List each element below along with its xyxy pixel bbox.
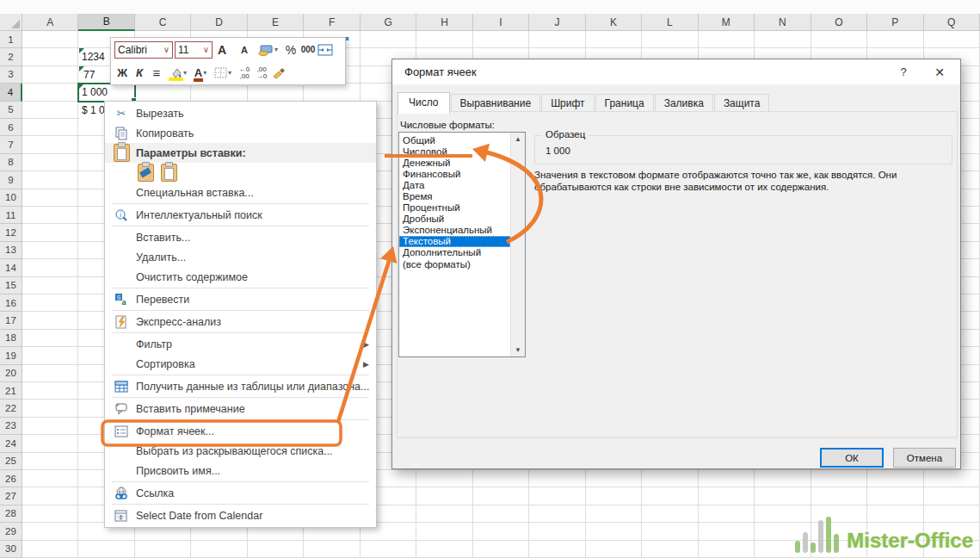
row-header-4[interactable]: 4 <box>0 84 22 101</box>
column-header-J[interactable]: J <box>529 14 585 31</box>
row-header-26[interactable]: 26 <box>0 470 22 487</box>
font-color-button[interactable]: А ▾ <box>193 65 208 82</box>
format-option-text[interactable]: Текстовый <box>399 236 510 247</box>
format-option-percentage[interactable]: Процентный <box>399 202 510 214</box>
cancel-button[interactable]: Отмена <box>893 448 956 468</box>
row-header-27[interactable]: 27 <box>0 487 22 505</box>
paste-values-icon[interactable] <box>161 164 177 182</box>
row-header-24[interactable]: 24 <box>0 435 22 452</box>
bold-button[interactable]: Ж <box>114 65 130 82</box>
row-header-5[interactable]: 5 <box>0 102 22 119</box>
decrease-font-button[interactable]: А▼ <box>237 41 252 59</box>
row-header-17[interactable]: 17 <box>0 312 22 329</box>
row-header-18[interactable]: 18 <box>0 330 22 347</box>
format-option-date[interactable]: Дата <box>399 179 510 190</box>
menu-item-define-name[interactable]: Присвоить имя... <box>105 461 376 480</box>
format-option-scientific[interactable]: Экспоненциальный <box>399 225 510 236</box>
format-option-custom[interactable]: (все форматы) <box>399 258 510 270</box>
menu-item-insert[interactable]: Вставить... <box>105 227 376 247</box>
row-header-16[interactable]: 16 <box>0 294 22 312</box>
column-header-G[interactable]: G <box>361 14 416 31</box>
column-header-K[interactable]: K <box>586 14 642 31</box>
ok-button[interactable]: ОК <box>820 448 884 468</box>
row-header-11[interactable]: 11 <box>0 207 22 224</box>
row-header-20[interactable]: 20 <box>0 365 22 382</box>
row-header-15[interactable]: 15 <box>0 277 22 294</box>
column-header-D[interactable]: D <box>191 14 247 31</box>
menu-item-translate[interactable]: Sа Перевести <box>105 289 376 309</box>
format-option-fraction[interactable]: Дробный <box>399 214 510 225</box>
column-header-A[interactable]: A <box>22 14 78 31</box>
merge-center-button[interactable] <box>317 41 333 59</box>
column-header-P[interactable]: P <box>867 14 923 31</box>
format-option-special[interactable]: Дополнительный <box>399 247 510 258</box>
row-header-1[interactable]: 1 <box>0 31 22 48</box>
format-option-number[interactable]: Числовой <box>399 146 510 157</box>
row-header-12[interactable]: 12 <box>0 224 22 241</box>
row-header-25[interactable]: 25 <box>0 453 22 470</box>
column-header-N[interactable]: N <box>755 14 811 31</box>
scroll-down-icon[interactable]: ▼ <box>511 344 525 356</box>
accounting-format-button[interactable]: ▾ <box>258 41 278 59</box>
column-header-Q[interactable]: Q <box>924 14 980 31</box>
format-painter-button[interactable] <box>271 65 287 82</box>
help-button[interactable]: ? <box>886 59 921 84</box>
row-header-10[interactable]: 10 <box>0 189 22 207</box>
row-header-9[interactable]: 9 <box>0 171 22 189</box>
menu-item-insert-comment[interactable]: + Вставить примечание <box>105 399 376 418</box>
listbox-scrollbar[interactable]: ▲ ▼ <box>510 133 525 356</box>
menu-item-link[interactable]: Ссылка <box>105 483 376 503</box>
menu-item-smart-lookup[interactable]: i Интеллектуальный поиск <box>105 205 376 225</box>
menu-item-get-data-from-table[interactable]: Получить данные из таблицы или диапазона… <box>105 376 376 396</box>
menu-item-copy[interactable]: Копировать <box>105 123 376 143</box>
column-header-F[interactable]: F <box>304 14 360 31</box>
column-header-H[interactable]: H <box>416 14 472 31</box>
font-size-combo[interactable]: 11 ∨ <box>175 41 213 59</box>
select-all-corner[interactable] <box>0 14 22 31</box>
column-header-E[interactable]: E <box>248 14 304 31</box>
menu-item-clear-contents[interactable]: Очистить содержимое <box>105 267 376 287</box>
row-header-19[interactable]: 19 <box>0 347 22 364</box>
increase-decimal-button[interactable]: ,00→0 <box>254 65 269 82</box>
row-header-21[interactable]: 21 <box>0 382 22 400</box>
row-header-14[interactable]: 14 <box>0 259 22 276</box>
align-center-button[interactable]: ≡ <box>149 65 164 82</box>
borders-button[interactable]: ▾ <box>214 65 231 82</box>
tab-number[interactable]: Число <box>398 92 450 114</box>
format-option-currency[interactable]: Денежный <box>399 157 510 168</box>
menu-item-select-date-from-calendar[interactable]: Select Date from Calendar <box>105 505 376 525</box>
decrease-decimal-button[interactable]: ←0,00 <box>237 65 252 82</box>
font-name-combo[interactable]: Calibri ∨ <box>114 41 173 59</box>
menu-item-quick-analysis[interactable]: Экспресс-анализ <box>105 312 376 332</box>
comma-style-button[interactable]: 000 <box>300 41 316 59</box>
increase-font-button[interactable]: А▲ <box>214 41 230 59</box>
row-header-7[interactable]: 7 <box>0 136 22 153</box>
scroll-up-icon[interactable]: ▲ <box>511 133 525 146</box>
column-header-C[interactable]: C <box>135 14 191 31</box>
menu-item-paste-special[interactable]: Специальная вставка... <box>105 183 376 202</box>
fill-color-button[interactable]: ▾ <box>169 65 187 82</box>
row-header-22[interactable]: 22 <box>0 400 22 417</box>
row-header-13[interactable]: 13 <box>0 242 22 259</box>
row-header-3[interactable]: 3 <box>0 66 22 84</box>
row-header-28[interactable]: 28 <box>0 505 22 523</box>
paste-keep-formatting-icon[interactable] <box>138 164 154 182</box>
column-header-L[interactable]: L <box>642 14 698 31</box>
italic-button[interactable]: К <box>132 65 147 82</box>
column-header-O[interactable]: O <box>811 14 867 31</box>
format-option-general[interactable]: Общий <box>399 134 510 146</box>
menu-item-sort[interactable]: Сортировка ▶ <box>105 354 376 374</box>
percent-style-button[interactable]: % <box>283 41 299 59</box>
row-header-6[interactable]: 6 <box>0 119 22 136</box>
menu-item-delete[interactable]: Удалить... <box>105 247 376 267</box>
row-header-23[interactable]: 23 <box>0 418 22 435</box>
menu-item-filter[interactable]: Фильтр ▶ <box>105 334 376 354</box>
column-header-B[interactable]: B <box>78 14 134 31</box>
column-header-I[interactable]: I <box>473 14 529 31</box>
format-option-accounting[interactable]: Финансовый <box>399 168 510 179</box>
menu-item-format-cells[interactable]: Формат ячеек... <box>105 421 376 441</box>
column-header-M[interactable]: M <box>699 14 755 31</box>
row-header-29[interactable]: 29 <box>0 523 22 540</box>
row-header-8[interactable]: 8 <box>0 154 22 171</box>
menu-item-pick-from-dropdown[interactable]: Выбрать из раскрывающегося списка... <box>105 441 376 461</box>
